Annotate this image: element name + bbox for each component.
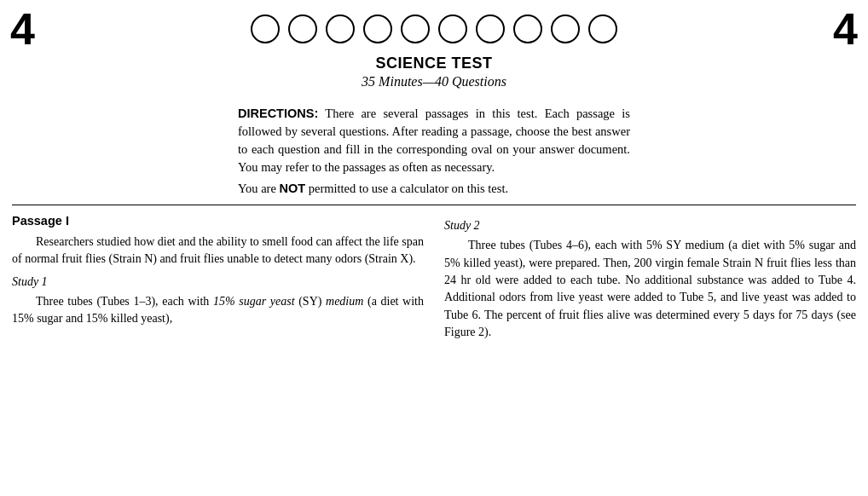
answer-circle-4 [363,14,392,43]
passage-title: Passage I [12,212,424,230]
directions-text: DIRECTIONS: There are several passages i… [238,105,630,176]
study1-italic1: 15% sugar yeast [213,295,295,308]
circles-row [35,14,833,43]
answer-circle-6 [438,14,467,43]
calculator-note: You are NOT permitted to use a calculato… [238,182,630,196]
test-header-block: SCIENCE TEST 35 Minutes—40 Questions [0,51,868,96]
study1-label: Study 1 [12,274,424,291]
study1-italic2: medium [326,295,363,308]
answer-circle-1 [251,14,280,43]
study1-text: Three tubes (Tubes 1–3), each with 15% s… [12,293,424,328]
answer-circle-2 [288,14,317,43]
answer-circle-9 [551,14,580,43]
directions-block: DIRECTIONS: There are several passages i… [238,105,630,176]
directions-label: DIRECTIONS: [238,107,318,120]
test-title: SCIENCE TEST [0,55,868,72]
answer-circle-7 [476,14,505,43]
passage-area: Passage I Researchers studied how diet a… [0,205,868,341]
study2-label: Study 2 [444,217,856,234]
not-emphasis: NOT [279,182,305,195]
answer-circle-3 [326,14,355,43]
section-number-right: 4 [833,7,858,51]
study2-text: Three tubes (Tubes 4–6), each with 5% SY… [444,237,856,341]
test-subtitle: 35 Minutes—40 Questions [0,74,868,89]
passage-intro: Researchers studied how diet and the abi… [12,234,424,268]
section-number-left: 4 [10,7,35,51]
passage-left-column: Passage I Researchers studied how diet a… [12,212,424,341]
answer-circle-5 [401,14,430,43]
passage-right-column: Study 2 Three tubes (Tubes 4–6), each wi… [444,212,856,341]
answer-circle-8 [513,14,542,43]
calculator-note-text: You are NOT permitted to use a calculato… [238,182,630,196]
answer-circle-10 [588,14,617,43]
page-container: 4 4 SCIENCE TEST 35 Minutes—40 Questions… [0,0,868,496]
top-header: 4 4 [0,0,868,51]
